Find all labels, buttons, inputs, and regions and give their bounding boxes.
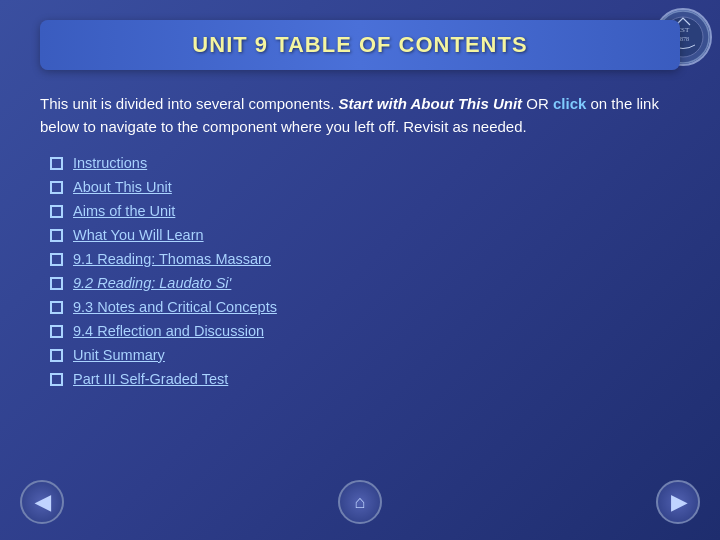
toc-item: Instructions bbox=[50, 153, 680, 174]
toc-link-4[interactable]: 9.1 Reading: Thomas Massaro bbox=[73, 249, 271, 270]
toc-item: Unit Summary bbox=[50, 345, 680, 366]
toc-item: Part III Self-Graded Test bbox=[50, 369, 680, 390]
intro-paragraph: This unit is divided into several compon… bbox=[40, 92, 680, 139]
toc-item: 9.4 Reflection and Discussion bbox=[50, 321, 680, 342]
toc-checkbox-icon bbox=[50, 325, 63, 338]
toc-checkbox-icon bbox=[50, 181, 63, 194]
toc-link-6[interactable]: 9.3 Notes and Critical Concepts bbox=[73, 297, 277, 318]
intro-click[interactable]: click bbox=[553, 95, 586, 112]
toc-checkbox-icon bbox=[50, 205, 63, 218]
toc-item: 9.2 Reading: Laudato Si' bbox=[50, 273, 680, 294]
forward-arrow-icon: ▶ bbox=[671, 490, 686, 514]
toc-checkbox-icon bbox=[50, 253, 63, 266]
toc-item: About This Unit bbox=[50, 177, 680, 198]
toc-link-8[interactable]: Unit Summary bbox=[73, 345, 165, 366]
toc-checkbox-icon bbox=[50, 229, 63, 242]
toc-item: 9.3 Notes and Critical Concepts bbox=[50, 297, 680, 318]
toc-link-1[interactable]: About This Unit bbox=[73, 177, 172, 198]
toc-link-3[interactable]: What You Will Learn bbox=[73, 225, 204, 246]
toc-item: What You Will Learn bbox=[50, 225, 680, 246]
toc-link-2[interactable]: Aims of the Unit bbox=[73, 201, 175, 222]
toc-checkbox-icon bbox=[50, 349, 63, 362]
toc-checkbox-icon bbox=[50, 277, 63, 290]
intro-text-start: This unit is divided into several compon… bbox=[40, 95, 334, 112]
nav-forward-button[interactable]: ▶ bbox=[656, 480, 700, 524]
home-icon: ⌂ bbox=[355, 492, 366, 513]
nav-back-button[interactable]: ◀ bbox=[20, 480, 64, 524]
toc-checkbox-icon bbox=[50, 373, 63, 386]
toc-link-5[interactable]: 9.2 Reading: Laudato Si' bbox=[73, 273, 231, 294]
toc-item: Aims of the Unit bbox=[50, 201, 680, 222]
toc-link-0[interactable]: Instructions bbox=[73, 153, 147, 174]
intro-start-with: Start with About This Unit bbox=[339, 95, 523, 112]
toc-link-7[interactable]: 9.4 Reflection and Discussion bbox=[73, 321, 264, 342]
toc-checkbox-icon bbox=[50, 157, 63, 170]
toc-item: 9.1 Reading: Thomas Massaro bbox=[50, 249, 680, 270]
toc-checkbox-icon bbox=[50, 301, 63, 314]
back-arrow-icon: ◀ bbox=[35, 490, 50, 514]
nav-home-button[interactable]: ⌂ bbox=[338, 480, 382, 524]
intro-or: OR bbox=[526, 95, 553, 112]
toc-link-9[interactable]: Part III Self-Graded Test bbox=[73, 369, 228, 390]
slide: EST 1878 UNIT 9 TABLE OF CONTENTS This u… bbox=[0, 0, 720, 540]
toc-list: InstructionsAbout This UnitAims of the U… bbox=[50, 153, 680, 393]
slide-title: UNIT 9 TABLE OF CONTENTS bbox=[192, 32, 527, 57]
title-bar: UNIT 9 TABLE OF CONTENTS bbox=[40, 20, 680, 70]
